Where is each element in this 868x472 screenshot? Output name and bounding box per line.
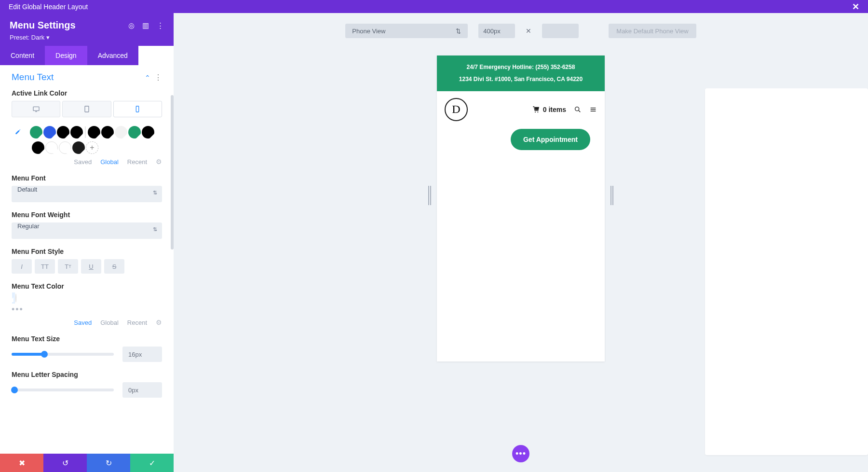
address-text: 1234 Divi St. #1000, San Francisco, CA 9… <box>442 73 600 85</box>
menu-letter-spacing-label: Menu Letter Spacing <box>12 371 162 378</box>
menu-font-label: Menu Font <box>12 174 162 182</box>
desktop-toggle[interactable] <box>12 101 60 117</box>
menu-font-style-label: Menu Font Style <box>12 248 162 255</box>
make-default-button[interactable]: Make Default Phone View <box>609 24 696 38</box>
redo-button[interactable]: ↻ <box>87 454 130 472</box>
palette2-recent[interactable]: Recent <box>127 319 147 326</box>
tab-content[interactable]: Content <box>0 46 45 65</box>
svg-point-4 <box>535 111 536 112</box>
panel-tabs: Content Design Advanced <box>0 46 174 65</box>
gear-icon[interactable]: ⚙ <box>156 158 162 166</box>
add-color-swatch[interactable]: + <box>86 141 98 154</box>
tablet-toggle[interactable] <box>62 101 111 117</box>
topbar-title: Edit Global Header Layout <box>9 3 88 11</box>
menu-text-size-label: Menu Text Size <box>12 335 162 343</box>
smallcaps-button[interactable]: TT <box>58 259 78 274</box>
panel-header: Menu Settings ◎ ▥ ⋮ Preset: Dark ▾ <box>0 13 174 46</box>
color-swatch[interactable] <box>88 126 100 139</box>
eyedropper-icon[interactable] <box>12 126 24 139</box>
color-swatch[interactable] <box>15 293 16 303</box>
palette2-global[interactable]: Global <box>100 319 119 326</box>
canvas-toolbar: Phone View⇅ 400px ✕ Make Default Phone V… <box>174 13 868 38</box>
settings-panel: Menu Settings ◎ ▥ ⋮ Preset: Dark ▾ Conte… <box>0 13 174 472</box>
gear-icon-2[interactable]: ⚙ <box>156 319 162 326</box>
color-swatch[interactable] <box>72 141 85 154</box>
menu-font-weight-select[interactable]: Regular <box>12 222 162 239</box>
search-icon[interactable] <box>574 106 582 113</box>
palette-global[interactable]: Global <box>100 158 119 166</box>
target-icon[interactable]: ◎ <box>128 21 135 30</box>
chevron-down-icon: ▾ <box>46 34 50 41</box>
phone-preview: 24/7 Emergency Hotline: (255) 352-6258 1… <box>437 56 605 361</box>
palette-tabs-2: Saved Global Recent ⚙ <box>12 319 162 326</box>
phone-nav: D 0 items <box>437 91 605 125</box>
cart-icon <box>532 106 540 113</box>
palette-saved[interactable]: Saved <box>74 158 92 166</box>
section-header[interactable]: Menu Text ⌃⋮ <box>12 72 162 83</box>
panel-menu-icon[interactable]: ⋮ <box>157 21 164 30</box>
swatch-separator <box>85 126 86 138</box>
svg-rect-3 <box>136 106 139 112</box>
color-swatch[interactable] <box>32 141 44 154</box>
view-select[interactable]: Phone View⇅ <box>345 24 468 38</box>
letter-spacing-value[interactable]: 0px <box>122 382 162 398</box>
color-swatch[interactable] <box>70 126 83 139</box>
letter-spacing-slider[interactable] <box>12 389 114 391</box>
resize-handle-right[interactable] <box>610 186 613 205</box>
device-toggle <box>12 101 162 117</box>
svg-point-6 <box>575 107 579 111</box>
settings-scroll[interactable]: Menu Text ⌃⋮ Active Link Color + Saved G… <box>0 65 174 472</box>
hamburger-icon[interactable] <box>589 106 597 113</box>
color-swatch[interactable] <box>115 126 127 139</box>
save-button[interactable]: ✓ <box>130 454 174 472</box>
active-link-color-label: Active Link Color <box>12 89 162 97</box>
color-swatch[interactable] <box>59 141 71 154</box>
close-icon[interactable]: ✕ <box>852 1 859 12</box>
menu-text-color-label: Menu Text Color <box>12 282 162 290</box>
strikethrough-button[interactable]: S <box>104 259 124 274</box>
chevron-up-icon[interactable]: ⌃ <box>145 74 150 82</box>
cancel-button[interactable]: ✖ <box>0 454 43 472</box>
uppercase-button[interactable]: TT <box>35 259 55 274</box>
color-swatch[interactable] <box>43 126 56 139</box>
text-size-value[interactable]: 16px <box>122 347 162 362</box>
color-swatch[interactable] <box>142 126 154 139</box>
section-menu-icon[interactable]: ⋮ <box>154 73 162 82</box>
resize-handle-left[interactable] <box>428 186 431 205</box>
svg-rect-0 <box>33 107 39 111</box>
color-swatch[interactable] <box>101 126 114 139</box>
color-swatch[interactable] <box>57 126 69 139</box>
more-colors-icon[interactable]: ••• <box>12 305 162 315</box>
color-swatch[interactable] <box>30 126 42 139</box>
height-input[interactable] <box>542 24 579 38</box>
multiply-icon: ✕ <box>526 27 531 35</box>
text-size-slider[interactable] <box>12 353 114 356</box>
cta-button[interactable]: Get Appointment <box>511 129 590 150</box>
font-style-buttons: I TT TT U S <box>12 259 162 274</box>
hotline-text: 24/7 Emergency Hotline: (255) 352-6258 <box>442 61 600 73</box>
palette-tabs: Saved Global Recent ⚙ <box>12 158 162 166</box>
fab-button[interactable]: ••• <box>512 445 529 462</box>
svg-rect-2 <box>85 106 89 112</box>
preset-selector[interactable]: Preset: Dark ▾ <box>10 34 164 41</box>
canvas: Phone View⇅ 400px ✕ Make Default Phone V… <box>174 13 868 472</box>
color-swatch[interactable] <box>45 141 58 154</box>
cart-link[interactable]: 0 items <box>532 106 566 113</box>
width-input[interactable]: 400px <box>478 24 515 38</box>
side-blank-panel <box>705 88 868 455</box>
tab-design[interactable]: Design <box>45 46 87 65</box>
tab-advanced[interactable]: Advanced <box>87 46 138 65</box>
color-swatch[interactable] <box>128 126 141 139</box>
announcement-bar: 24/7 Emergency Hotline: (255) 352-6258 1… <box>437 56 605 91</box>
undo-button[interactable]: ↺ <box>43 454 87 472</box>
italic-button[interactable]: I <box>12 259 32 274</box>
menu-font-select[interactable]: Default <box>12 186 162 202</box>
underline-button[interactable]: U <box>81 259 101 274</box>
logo[interactable]: D <box>445 98 468 121</box>
svg-line-7 <box>579 111 580 112</box>
phone-toggle[interactable] <box>113 101 162 117</box>
palette2-saved[interactable]: Saved <box>74 319 92 326</box>
palette-recent[interactable]: Recent <box>127 158 147 166</box>
select-arrows-icon: ⇅ <box>456 28 461 35</box>
layout-expand-icon[interactable]: ▥ <box>142 21 149 30</box>
